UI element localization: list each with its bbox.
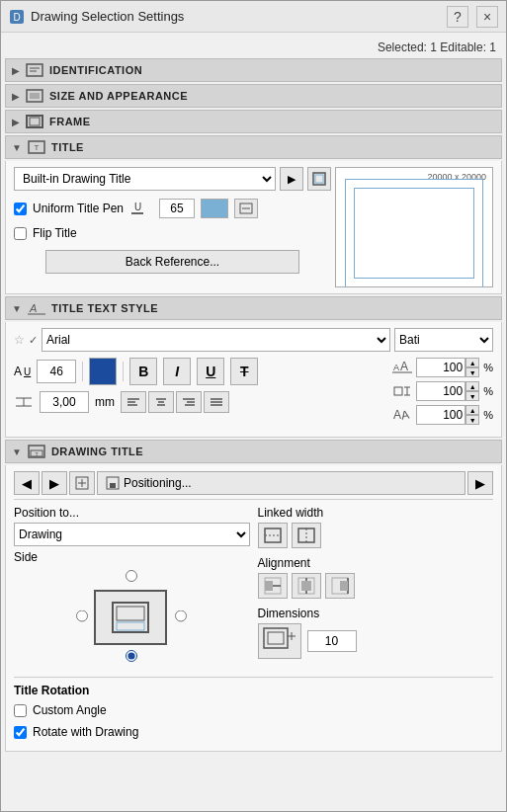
spacing-input[interactable]: 3,00 [40, 391, 89, 413]
pen-underline-icon: U [129, 202, 145, 215]
side-center-box [94, 590, 167, 645]
linked-icon-btn-2[interactable] [292, 523, 321, 548]
title-icon: T [28, 140, 45, 154]
title-layout: Built-in Drawing Title ▶ Uniform Titl [14, 167, 493, 287]
svg-rect-60 [265, 581, 273, 591]
title-section-header[interactable]: ▼ T TITLE [5, 135, 502, 159]
svg-rect-6 [30, 93, 40, 99]
flip-title-checkbox[interactable] [14, 227, 27, 240]
dt-next-btn[interactable]: ▶ [42, 471, 67, 495]
percent-item-1: A A 100 ▲ ▼ % [392, 358, 493, 377]
percent1-stepper-btns: ▲ ▼ [465, 358, 479, 377]
drawing-title-main: Position to... Drawing Side [14, 506, 493, 667]
svg-rect-56 [298, 528, 314, 542]
size-appearance-section-header[interactable]: ▶ SIZE AND APPEARANCE [5, 84, 502, 108]
window-title: Drawing Selection Settings [31, 9, 184, 24]
percent2-down-btn[interactable]: ▼ [465, 391, 479, 401]
positioning-button[interactable]: Positioning... [97, 471, 465, 495]
width-scale-icon: A A [392, 360, 412, 375]
side-right-radio[interactable] [175, 610, 187, 625]
title-preview-box [345, 179, 483, 287]
percent1-down-btn[interactable]: ▼ [465, 367, 479, 377]
percent1-input[interactable]: 100 [416, 358, 465, 377]
frame-label: FRAME [49, 116, 91, 127]
pen-value-input[interactable]: 65 [159, 199, 195, 218]
svg-text:U: U [134, 202, 141, 212]
dimensions-row: 10 [258, 623, 494, 659]
percent3-down-btn[interactable]: ▼ [465, 415, 479, 425]
title-bar-left: D Drawing Selection Settings [9, 9, 184, 25]
underline-button[interactable]: U [197, 358, 224, 385]
pen-icon-btn[interactable] [234, 199, 258, 218]
percent2-up-btn[interactable]: ▲ [465, 381, 479, 391]
italic-button[interactable]: I [163, 358, 191, 385]
percent-item-3: A A 100 ▲ ▼ % [392, 405, 493, 425]
dt-edit-btn[interactable] [69, 471, 95, 495]
title-text-style-icon: A [28, 301, 45, 315]
drawing-title-left: Position to... Drawing Side [14, 506, 250, 667]
percent2-input[interactable]: 100 [416, 381, 465, 401]
identification-section-header[interactable]: ▶ IDENTIFICATION [5, 58, 502, 82]
help-button[interactable]: ? [447, 6, 468, 28]
size-row: A U [14, 365, 31, 378]
position-dropdown[interactable]: Drawing [14, 523, 250, 546]
identification-icon [26, 63, 43, 77]
svg-rect-66 [340, 581, 348, 591]
align-left-icon-btn[interactable] [258, 573, 288, 599]
dt-more-btn[interactable]: ▶ [467, 471, 493, 495]
align-justify-button[interactable] [204, 391, 229, 413]
pen-color-swatch[interactable] [201, 199, 228, 218]
close-button[interactable]: × [476, 6, 498, 28]
identification-label: IDENTIFICATION [49, 64, 142, 76]
height-scale-icon [392, 383, 412, 399]
style-dropdown[interactable]: Bati [394, 328, 493, 352]
percent3-input[interactable]: 100 [416, 405, 465, 425]
svg-rect-52 [117, 607, 144, 620]
side-bottom-radio[interactable] [126, 650, 137, 665]
back-reference-button[interactable]: Back Reference... [45, 250, 299, 274]
frame-icon [26, 115, 43, 128]
alignment-icons [258, 573, 494, 599]
font-dropdown[interactable]: Arial [42, 328, 390, 352]
linked-width-icons [258, 523, 494, 548]
dt-prev-btn[interactable]: ◀ [14, 471, 40, 495]
uniform-title-pen-checkbox[interactable] [14, 203, 27, 215]
linked-icon-btn-1[interactable] [258, 523, 288, 548]
title-preview-inner-box [354, 188, 474, 279]
text-color-swatch[interactable] [89, 358, 117, 385]
title-text-style-label: TITLE TEXT STYLE [51, 302, 158, 314]
title-text-style-section-header[interactable]: ▼ A TITLE TEXT STYLE [5, 296, 502, 320]
align-right-button[interactable] [176, 391, 202, 413]
title-rotation-section: Title Rotation Custom Angle Rotate with … [14, 677, 493, 741]
percent1-up-btn[interactable]: ▲ [465, 358, 479, 367]
bold-button[interactable]: B [129, 358, 157, 385]
align-right-icon-btn[interactable] [325, 573, 355, 599]
font-star-row: ☆ ✓ [14, 333, 38, 347]
svg-rect-53 [117, 622, 144, 630]
align-center-icon-btn[interactable] [292, 573, 321, 599]
align-center-button[interactable] [148, 391, 174, 413]
title-dropdown-expand-btn[interactable]: ▶ [280, 167, 303, 191]
strikethrough-button[interactable]: T [230, 358, 258, 385]
percent2-stepper: 100 ▲ ▼ [416, 381, 479, 401]
drawing-title-section-header[interactable]: ▼ T DRAWING TITLE [5, 440, 502, 463]
side-left-radio[interactable] [76, 610, 88, 625]
identification-arrow-icon: ▶ [12, 65, 20, 76]
side-top-radio[interactable] [126, 570, 137, 585]
title-preview-btn[interactable] [307, 167, 331, 191]
drawing-title-body: ◀ ▶ Positioning... ▶ [5, 465, 502, 752]
title-text-style-arrow-icon: ▼ [12, 303, 22, 314]
rotate-with-drawing-checkbox[interactable] [14, 726, 27, 739]
percent2-stepper-btns: ▲ ▼ [465, 381, 479, 401]
drawing-title-label: DRAWING TITLE [51, 446, 143, 457]
percent3-up-btn[interactable]: ▲ [465, 405, 479, 415]
dimensions-value-input[interactable]: 10 [307, 630, 357, 652]
svg-text:A: A [400, 408, 410, 423]
title-type-dropdown[interactable]: Built-in Drawing Title [14, 167, 276, 191]
frame-section-header[interactable]: ▶ FRAME [5, 110, 502, 133]
align-left-button[interactable] [121, 391, 146, 413]
side-label: Side [14, 550, 250, 564]
custom-angle-checkbox[interactable] [14, 704, 27, 717]
font-size-input[interactable]: 46 [37, 360, 76, 383]
divider [82, 362, 83, 381]
